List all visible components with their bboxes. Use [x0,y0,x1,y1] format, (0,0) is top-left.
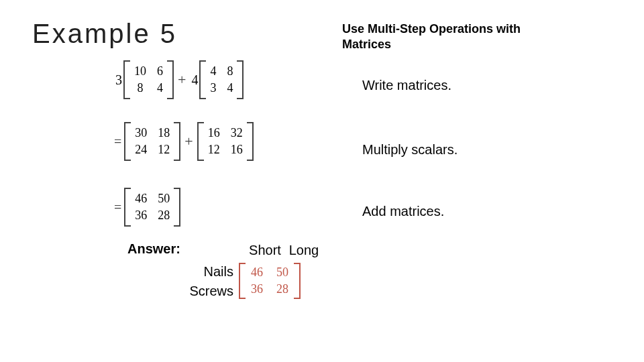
cell: 36 [244,281,270,298]
cell: 6 [152,63,168,80]
caption-multiply: Multiply scalars. [362,142,458,158]
step1-plus: + [178,71,186,88]
step1-scalar-a: 3 [115,72,122,88]
cell: 32 [225,125,248,141]
step1-scalar-b: 4 [191,72,198,88]
cell: 4 [221,80,238,97]
cell: 4 [152,80,168,97]
answer-row-headers: Nails Screws [166,261,233,300]
caption-add: Add matrices. [362,204,444,219]
answer-col-short: Short [248,243,282,258]
answer-col-long: Long [287,243,321,258]
cell: 16 [225,141,248,158]
step1-matrix-a: 106 84 [123,60,174,99]
cell: 12 [203,141,225,158]
cell: 36 [129,207,152,224]
answer-col-headers: Short Long [248,243,321,258]
cell: 28 [152,207,175,224]
cell: 18 [152,125,175,141]
step2-expression: = 3018 2412 + 1632 1216 [114,122,254,161]
cell: 46 [129,190,152,207]
step2-plus: + [184,133,193,150]
cell: 10 [129,63,152,80]
cell: 12 [152,141,175,158]
cell: 50 [270,264,295,281]
cell: 46 [244,264,270,281]
answer-label: Answer: [127,241,180,257]
caption-write: Write matrices. [362,78,451,93]
cell: 4 [205,63,221,80]
step2-eq: = [114,134,121,149]
cell: 16 [203,125,225,141]
step3-expression: = 4650 3628 [114,188,180,227]
cell: 8 [221,63,238,80]
step3-matrix: 4650 3628 [124,188,180,227]
cell: 3 [205,80,221,97]
step2-matrix-a: 3018 2412 [124,122,180,161]
cell: 8 [129,80,152,97]
step2-matrix-b: 1632 1216 [197,122,254,161]
answer-row-nails: Nails [166,262,233,281]
answer-matrix: 4650 3628 [239,263,301,299]
subtitle: Use Multi-Step Operations with Matrices [342,21,543,52]
answer-row-screws: Screws [166,282,233,300]
answer-table: Nails Screws 4650 3628 [166,261,301,300]
cell: 30 [129,125,152,141]
cell: 28 [270,281,295,298]
step3-eq: = [114,200,121,215]
step1-matrix-b: 48 34 [199,60,244,99]
cell: 50 [152,190,175,207]
cell: 24 [129,141,152,158]
step1-expression: 3 106 84 + 4 48 34 [114,60,244,99]
page-title: Example 5 [32,19,177,49]
